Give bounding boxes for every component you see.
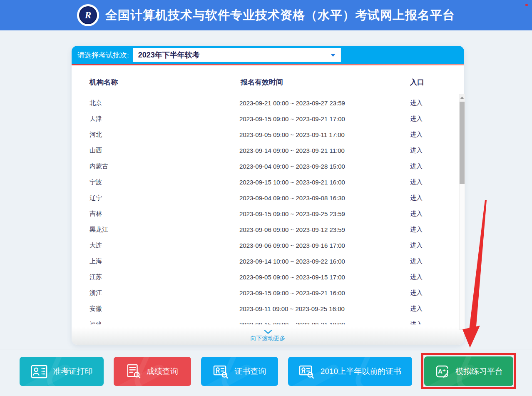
org-name: 大连 (89, 242, 102, 249)
registration-valid-time: 2023-09-15 09:00 ~ 2023-09-25 23:59 (239, 210, 345, 217)
enter-link[interactable]: 进入 (410, 194, 423, 202)
enter-link[interactable]: 进入 (410, 147, 423, 154)
table-row: 黑龙江2023-09-06 09:00 ~ 2023-09-12 23:59进入 (72, 222, 455, 237)
enter-link[interactable]: 进入 (410, 257, 423, 265)
scroll-more-hint[interactable]: 向下滚动更多 (72, 330, 464, 342)
org-name: 上海 (89, 257, 102, 265)
column-header-entry: 入口 (410, 77, 424, 87)
org-name: 北京 (89, 99, 102, 107)
org-name: 黑龙江 (89, 226, 108, 234)
table-row: 山西2023-09-14 09:00 ~ 2023-09-21 11:00进入 (72, 142, 455, 158)
table-row: 河北2023-09-05 09:00 ~ 2023-09-11 17:00进入 (72, 127, 455, 142)
org-name: 福建 (89, 321, 102, 325)
org-name: 浙江 (89, 289, 102, 297)
logo-dot (525, 4, 528, 6)
enter-link[interactable]: 进入 (410, 178, 423, 186)
exam-table-body: 北京2023-09-21 00:00 ~ 2023-09-27 23:59进入天… (72, 95, 455, 324)
table-row: 吉林2023-09-15 09:00 ~ 2023-09-25 23:59进入 (72, 206, 455, 222)
page-title: 全国计算机技术与软件专业技术资格（水平）考试网上报名平台 (105, 7, 455, 24)
enter-link[interactable]: 进入 (410, 99, 423, 107)
chevron-down-icon[interactable] (331, 54, 336, 57)
registration-valid-time: 2023-09-04 09:00 ~ 2023-09-08 16:30 (239, 194, 345, 202)
footer-button-label: 准考证打印 (53, 366, 93, 377)
logo-letter: R (79, 6, 97, 24)
enter-link[interactable]: 进入 (410, 289, 423, 297)
footer-button-label: 成绩查询 (147, 366, 178, 377)
org-name: 吉林 (89, 210, 102, 218)
score-query-button[interactable]: 成绩查询 (114, 357, 191, 386)
admission-ticket-print-button[interactable]: 准考证打印 (20, 357, 104, 386)
registration-valid-time: 2023-09-05 09:00 ~ 2023-09-11 17:00 (239, 131, 345, 138)
enter-link[interactable]: 进入 (410, 162, 423, 170)
org-name: 内蒙古 (89, 162, 108, 170)
enter-link[interactable]: 进入 (410, 305, 423, 313)
certificate-query-icon (213, 364, 229, 379)
org-name: 安徽 (89, 305, 102, 313)
org-name: 天津 (89, 115, 102, 123)
table-row: 北京2023-09-21 00:00 ~ 2023-09-27 23:59进入 (72, 95, 455, 111)
site-logo: R (77, 4, 99, 26)
org-name: 山西 (89, 147, 102, 154)
org-name: 宁波 (89, 178, 102, 186)
enter-link[interactable]: 进入 (410, 210, 423, 218)
chevron-down-icon (264, 330, 272, 334)
enter-link[interactable]: 进入 (410, 273, 423, 281)
enter-link[interactable]: 进入 (410, 115, 423, 123)
column-header-time: 报名有效时间 (241, 77, 283, 87)
registration-valid-time: 2023-09-06 09:00 ~ 2023-09-12 23:59 (239, 226, 345, 233)
registration-valid-time: 2023-09-15 09:00 ~ 2023-09-21 17:00 (239, 115, 345, 122)
footer-button-label: 模拟练习平台 (455, 366, 503, 377)
table-row: 天津2023-09-15 09:00 ~ 2023-09-21 17:00进入 (72, 111, 455, 127)
footer-button-label: 2010上半年以前的证书 (321, 366, 401, 377)
column-header-org: 机构名称 (89, 77, 118, 87)
registration-valid-time: 2023-09-06 09:00 ~ 2023-09-16 17:00 (239, 242, 345, 249)
table-row: 安徽2023-09-11 09:00 ~ 2023-09-25 16:00进入 (72, 301, 455, 316)
score-query-icon (127, 364, 141, 379)
batch-select-label: 请选择考试批次: (77, 50, 129, 60)
exam-batch-panel: 请选择考试批次: 2023年下半年软考 机构名称 报名有效时间 入口 北京202… (72, 46, 464, 345)
registration-valid-time: 2023-09-21 00:00 ~ 2023-09-27 23:59 (239, 100, 345, 107)
footer-divider (0, 349, 532, 349)
table-row: 大连2023-09-06 09:00 ~ 2023-09-16 17:00进入 (72, 237, 455, 253)
registration-valid-time: 2023-09-05 09:00 ~ 2023-09-15 17:00 (239, 274, 345, 281)
arrow-up-icon (460, 97, 464, 99)
org-name: 辽宁 (89, 194, 102, 202)
top-banner: R 全国计算机技术与软件专业技术资格（水平）考试网上报名平台 (0, 0, 532, 30)
enter-link[interactable]: 进入 (410, 321, 423, 325)
org-name: 江苏 (89, 273, 102, 281)
table-row: 辽宁2023-09-04 09:00 ~ 2023-09-08 16:30进入 (72, 190, 455, 206)
registration-valid-time: 2023-09-14 09:00 ~ 2023-09-21 11:00 (239, 147, 345, 154)
certificate-query-button[interactable]: 证书查询 (201, 357, 278, 386)
scrollbar-thumb[interactable] (460, 102, 465, 184)
practice-platform-icon: A⁺ (435, 364, 450, 379)
registration-valid-time: 2023-09-04 09:00 ~ 2023-09-28 15:00 (239, 163, 345, 170)
registration-valid-time: 2023-09-15 10:00 ~ 2023-09-21 16:00 (239, 179, 345, 186)
org-name: 河北 (89, 131, 102, 139)
admission-ticket-icon (31, 365, 47, 379)
pre-2010-certificate-button[interactable]: 2010上半年以前的证书 (288, 357, 412, 386)
enter-link[interactable]: 进入 (410, 131, 423, 139)
table-row: 宁波2023-09-15 10:00 ~ 2023-09-21 16:00进入 (72, 174, 455, 190)
exam-batch-select[interactable]: 2023年下半年软考 (133, 48, 341, 62)
table-row: 内蒙古2023-09-04 09:00 ~ 2023-09-28 15:00进入 (72, 158, 455, 174)
table-row: 江苏2023-09-05 09:00 ~ 2023-09-15 17:00进入 (72, 269, 455, 285)
scrollbar-up-button[interactable] (460, 95, 465, 101)
practice-platform-button[interactable]: A⁺ 模拟练习平台 (424, 356, 513, 386)
batch-filter-bar: 请选择考试批次: 2023年下半年软考 (72, 46, 464, 64)
scroll-more-label: 向下滚动更多 (251, 335, 286, 341)
table-header-row: 机构名称 报名有效时间 入口 (72, 75, 464, 89)
table-row: 浙江2023-09-15 09:00 ~ 2023-09-21 16:00进入 (72, 285, 455, 301)
table-row: 上海2023-09-14 10:00 ~ 2023-09-22 16:00进入 (72, 253, 455, 269)
enter-link[interactable]: 进入 (410, 242, 423, 249)
registration-valid-time: 2023-09-15 09:00 ~ 2023-09-21 18:00 (239, 321, 345, 325)
certificate-query-icon (299, 364, 315, 379)
enter-link[interactable]: 进入 (410, 226, 423, 234)
page: { "header": { "title": "全国计算机技术与软件专业技术资格… (0, 0, 532, 396)
registration-valid-time: 2023-09-14 10:00 ~ 2023-09-22 16:00 (239, 258, 345, 265)
exam-batch-selected-value: 2023年下半年软考 (138, 50, 200, 60)
accent-divider (72, 64, 464, 65)
svg-text:A⁺: A⁺ (438, 368, 446, 375)
registration-valid-time: 2023-09-11 09:00 ~ 2023-09-25 16:00 (239, 305, 345, 312)
table-scrollbar[interactable] (459, 94, 465, 330)
registration-valid-time: 2023-09-15 09:00 ~ 2023-09-21 16:00 (239, 289, 345, 296)
